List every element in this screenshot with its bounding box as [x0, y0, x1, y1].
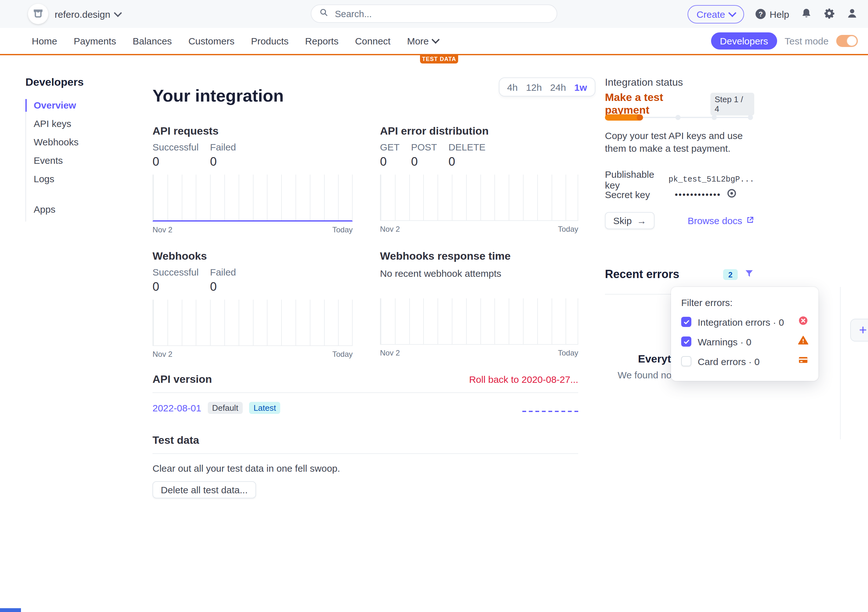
developers-button[interactable]: Developers: [711, 32, 777, 49]
axis-start: Nov 2: [152, 226, 172, 234]
checkbox-unchecked[interactable]: [681, 356, 691, 366]
sidebar-item-logs[interactable]: Logs: [34, 173, 129, 185]
range-option-24h[interactable]: 24h: [550, 82, 566, 93]
help-label: Help: [769, 9, 789, 19]
help-button[interactable]: ? Help: [755, 9, 789, 19]
api-version-section: API version Roll back to 2020-08-27... 2…: [152, 373, 578, 414]
test-mode-toggle[interactable]: [836, 35, 858, 47]
divider: [152, 393, 578, 393]
sidebar-item-apps[interactable]: Apps: [34, 203, 129, 216]
account-name: refero.design: [55, 9, 110, 19]
sidebar-item-label: Overview: [34, 100, 76, 110]
create-button[interactable]: Create: [688, 5, 744, 23]
account-switcher[interactable]: refero.design: [55, 0, 121, 28]
axis-start: Nov 2: [380, 349, 400, 357]
webhooks-title: Webhooks: [152, 250, 353, 263]
filter-option-label: Warnings · 0: [698, 336, 792, 347]
axis-start: Nov 2: [380, 225, 400, 233]
nav-item-connect[interactable]: Connect: [355, 36, 391, 46]
nav-item-home[interactable]: Home: [32, 36, 57, 46]
add-panel-button[interactable]: +: [850, 319, 868, 342]
nav-item-more[interactable]: More: [407, 36, 438, 46]
notifications-button[interactable]: [801, 7, 812, 21]
filter-option-card-errors[interactable]: Card errors · 0: [681, 355, 808, 367]
account-avatar[interactable]: [28, 4, 48, 24]
chevron-down-icon: [113, 9, 121, 17]
stat-label: Successful: [152, 142, 198, 153]
search-icon: [319, 8, 329, 20]
gear-icon: [823, 7, 835, 21]
settings-button[interactable]: [823, 7, 835, 21]
error-count-badge: 2: [723, 269, 738, 280]
sidebar-item-api-keys[interactable]: API keys: [34, 117, 129, 130]
nav-items: Home Payments Balances Customers Product…: [32, 36, 439, 46]
nav-item-products[interactable]: Products: [251, 36, 288, 46]
secret-key-label: Secret key: [605, 189, 675, 200]
rollback-link[interactable]: Roll back to 2020-08-27...: [469, 374, 578, 385]
top-bar: refero.design Create ? Help: [0, 0, 868, 29]
filter-option-label: Card errors · 0: [698, 356, 792, 366]
stat-label: Failed: [210, 267, 236, 278]
reveal-secret-key-button[interactable]: [726, 188, 737, 201]
step-title: Make a test payment: [605, 91, 710, 117]
sidebar-item-events[interactable]: Events: [34, 154, 129, 167]
stat-label: Successful: [152, 267, 198, 278]
recent-errors-header: Recent errors 2: [605, 268, 754, 281]
filter-errors-button[interactable]: [744, 269, 754, 281]
stat-label: Failed: [210, 142, 236, 153]
range-option-12h[interactable]: 12h: [526, 82, 542, 93]
sidebar-item-overview[interactable]: Overview: [34, 99, 129, 112]
progress-fill: [605, 114, 642, 121]
webhooks-response-chart: [380, 298, 578, 345]
nav-item-balances[interactable]: Balances: [132, 36, 172, 46]
browse-docs-link[interactable]: Browse docs: [688, 215, 754, 226]
filter-option-warnings[interactable]: Warnings · 0: [681, 336, 808, 347]
range-option-4h[interactable]: 4h: [507, 82, 518, 93]
progress-milestone-dot: [676, 115, 680, 120]
api-requests-stats: Successful 0 Failed 0: [152, 142, 353, 170]
api-version-row: 2022-08-01 Default Latest: [152, 402, 578, 414]
nav-item-payments[interactable]: Payments: [74, 36, 116, 46]
stat-value: 0: [152, 279, 198, 295]
checkbox-checked[interactable]: [681, 317, 691, 327]
nav-item-reports[interactable]: Reports: [305, 36, 338, 46]
integration-progress-bar: [605, 114, 753, 121]
nav-item-customers[interactable]: Customers: [188, 36, 234, 46]
api-error-chart: [380, 175, 578, 221]
chevron-down-icon: [431, 36, 439, 43]
sidebar-item-webhooks[interactable]: Webhooks: [34, 136, 129, 148]
skip-label: Skip: [613, 215, 632, 226]
api-requests-chart: [152, 175, 353, 221]
chart-axis: Nov 2 Today: [380, 349, 578, 357]
api-error-distribution-title: API error distribution: [380, 125, 578, 138]
test-data-section: Test data Clear out all your test data i…: [152, 434, 578, 498]
integration-actions-row: Skip → Browse docs: [605, 212, 754, 229]
delete-test-data-button[interactable]: Delete all test data...: [152, 481, 256, 498]
publishable-key-value[interactable]: pk_test_51L2bgP...: [668, 175, 754, 184]
plus-icon: +: [859, 323, 867, 338]
api-error-stats: GET 0 POST 0 DELETE 0: [380, 142, 578, 170]
bell-icon: [801, 7, 812, 21]
api-requests-title: API requests: [152, 125, 353, 138]
range-option-1w-selected[interactable]: 1w: [574, 82, 587, 93]
test-data-title: Test data: [152, 434, 199, 447]
publishable-key-row: Publishable key pk_test_51L2bgP...: [605, 169, 754, 190]
axis-end: Today: [558, 349, 578, 357]
publishable-key-label: Publishable key: [605, 169, 668, 190]
sidebar-menu: Overview API keys Webhooks Events Logs A…: [25, 99, 129, 221]
storefront-icon: [32, 6, 45, 22]
secret-key-masked-value: ••••••••••••: [675, 190, 721, 199]
user-icon: [846, 7, 858, 21]
checkbox-checked[interactable]: [681, 337, 691, 347]
error-circle-icon: [798, 315, 808, 328]
skip-button[interactable]: Skip →: [605, 212, 654, 229]
search-bar[interactable]: [311, 5, 557, 23]
filter-option-integration-errors[interactable]: Integration errors · 0: [681, 316, 808, 328]
current-version-link[interactable]: 2022-08-01: [152, 402, 201, 413]
search-input[interactable]: [333, 8, 549, 19]
profile-button[interactable]: [846, 7, 858, 21]
step-badge: Step 1 / 4: [710, 93, 754, 116]
bottom-left-blue-strip: [0, 608, 21, 612]
axis-end: Today: [558, 225, 578, 233]
integration-status-description: Copy your test API keys and use them to …: [605, 130, 758, 154]
